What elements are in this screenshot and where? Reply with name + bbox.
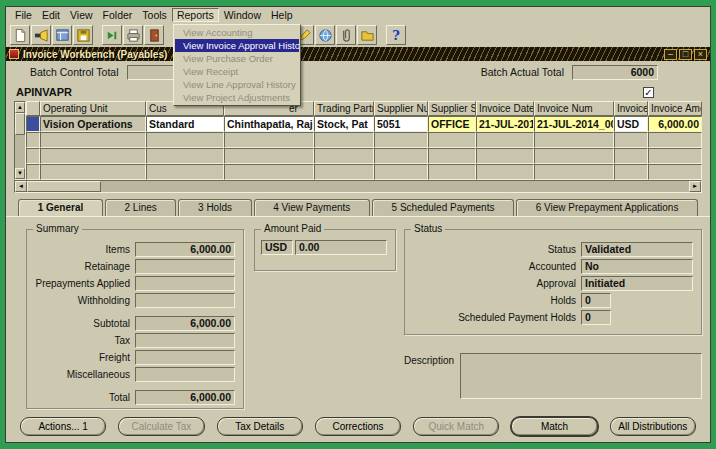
menu-tools[interactable]: Tools (137, 8, 172, 22)
record-scrollbar[interactable]: ▲ ▼ (14, 101, 26, 180)
translations-icon[interactable] (315, 25, 335, 45)
status-field[interactable]: Validated (581, 242, 693, 257)
match-button[interactable]: Match (511, 417, 597, 436)
batch-name-row: APINVAPR ✓ (6, 83, 710, 101)
tab-general[interactable]: 1 General (18, 199, 103, 216)
tab-view-prepayment-applications[interactable]: 6 View Prepayment Applications (516, 199, 698, 216)
close-icon[interactable]: × (694, 49, 707, 60)
cell-operating-unit[interactable]: Vision Operations (40, 116, 146, 132)
close-form-icon[interactable] (144, 25, 164, 45)
approval-field[interactable]: Initiated (581, 276, 693, 291)
restore-icon[interactable]: □ (679, 49, 692, 60)
next-step-icon[interactable] (102, 25, 122, 45)
scroll-down-icon[interactable]: ▼ (15, 168, 25, 179)
actions-button[interactable]: Actions... 1 (20, 417, 106, 436)
cell-invoice-date[interactable]: 21-JUL-2014 (476, 116, 534, 132)
empty-cell (146, 164, 224, 180)
menu-reports-label: Reports (177, 9, 214, 21)
accounted-field[interactable]: No (581, 259, 693, 274)
cell-supplier-num[interactable]: 5051 (374, 116, 428, 132)
window-menu-icon[interactable] (9, 49, 19, 59)
tab-scheduled-payments[interactable]: 5 Scheduled Payments (372, 199, 514, 216)
scrollbar-thumb[interactable] (15, 113, 25, 135)
scroll-left-icon[interactable]: ◄ (15, 181, 27, 192)
reports-dropdown-menu: View Accounting View Invoice Approval Hi… (173, 24, 301, 106)
general-tab-panel: Summary Items6,000.00 Retainage Prepayme… (6, 216, 710, 414)
holds-field[interactable]: 0 (581, 293, 611, 308)
menu-view[interactable]: View (65, 8, 98, 22)
menu-window[interactable]: Window (219, 8, 266, 22)
corrections-button[interactable]: Corrections (315, 417, 401, 436)
minimize-icon[interactable]: – (664, 49, 677, 60)
batch-totals-row: Batch Control Total Batch Actual Total 6… (6, 61, 710, 83)
show-navigator-icon[interactable] (52, 25, 72, 45)
paid-currency-field[interactable]: USD (261, 240, 293, 255)
scheduled-payment-holds-field[interactable]: 0 (581, 310, 611, 325)
scroll-right-icon[interactable]: ► (689, 181, 701, 192)
col-header-trading-partner: Trading Partner (314, 101, 374, 116)
menu-folder[interactable]: Folder (98, 8, 138, 22)
footer-button-row: Actions... 1 Calculate Tax Tax Details C… (6, 414, 710, 439)
tab-lines[interactable]: 2 Lines (105, 199, 177, 216)
attachments-icon[interactable] (336, 25, 356, 45)
cell-type[interactable]: Standard (146, 116, 224, 132)
empty-cell (224, 132, 314, 148)
amount-paid-groupbox: Amount Paid USD 0.00 (254, 229, 396, 271)
description-field[interactable] (460, 353, 702, 399)
menu-item-view-line-approval-history: View Line Approval History (175, 78, 299, 91)
menu-item-view-invoice-approval-history[interactable]: View Invoice Approval History (175, 39, 299, 52)
tab-holds[interactable]: 3 Holds (178, 199, 251, 216)
description-row: Description (404, 353, 702, 399)
row-selector (26, 164, 40, 180)
cell-supplier-site[interactable]: OFFICE (428, 116, 476, 132)
menu-help[interactable]: Help (266, 8, 298, 22)
cell-trading-partner[interactable]: Stock, Pat (314, 116, 374, 132)
retainage-label: Retainage (31, 261, 135, 272)
empty-cell (534, 148, 614, 164)
empty-cell (476, 132, 534, 148)
scrollbar-track[interactable] (15, 135, 25, 168)
scrollbar-thumb[interactable] (27, 181, 101, 192)
row-selector[interactable] (26, 116, 40, 132)
empty-cell (614, 164, 648, 180)
menu-file[interactable]: File (10, 8, 37, 22)
save-icon[interactable] (73, 25, 93, 45)
window-help-icon[interactable]: ? (386, 25, 406, 45)
menu-reports[interactable]: Reports View Accounting View Invoice App… (172, 8, 219, 22)
scroll-up-icon[interactable]: ▲ (15, 102, 25, 113)
print-icon[interactable] (123, 25, 143, 45)
retainage-field[interactable] (135, 259, 235, 274)
total-field[interactable]: 6,000.00 (135, 390, 235, 405)
items-field[interactable]: 6,000.00 (135, 242, 235, 257)
tab-bar: 1 General 2 Lines 3 Holds 4 View Payment… (6, 199, 710, 216)
tab-view-payments[interactable]: 4 View Payments (254, 199, 370, 216)
freight-field[interactable] (135, 350, 235, 365)
tax-details-button[interactable]: Tax Details (217, 417, 303, 436)
cell-invoice-num[interactable]: 21-JUL-2014_001 (534, 116, 614, 132)
folder-tools-icon[interactable] (357, 25, 377, 45)
new-icon[interactable] (10, 25, 30, 45)
find-icon[interactable] (31, 25, 51, 45)
quick-match-button: Quick Match (413, 417, 499, 436)
col-header-invoice-date: Invoice Date (476, 101, 534, 116)
withholding-field[interactable] (135, 293, 235, 308)
horizontal-scrollbar[interactable]: ◄ ► (14, 180, 702, 193)
cell-requester[interactable]: Chinthapatla, Raju (224, 116, 314, 132)
all-distributions-button[interactable]: All Distributions (610, 417, 696, 436)
empty-cell (374, 132, 428, 148)
col-header-operating-unit: Operating Unit (40, 101, 146, 116)
empty-cell (534, 164, 614, 180)
tax-field[interactable] (135, 333, 235, 348)
scrollbar-track[interactable] (101, 181, 689, 192)
subtotal-field[interactable]: 6,000.00 (135, 316, 235, 331)
cell-invoice-currency[interactable]: USD (614, 116, 648, 132)
paid-amount-field[interactable]: 0.00 (295, 240, 387, 255)
cell-invoice-amount[interactable]: 6,000.00 (648, 116, 702, 132)
withholding-label: Withholding (31, 295, 135, 306)
batch-actual-total-field[interactable]: 6000 (572, 65, 658, 80)
menu-edit[interactable]: Edit (37, 8, 65, 22)
col-header-invoice-amount: Invoice Amount (648, 101, 702, 116)
miscellaneous-field[interactable] (135, 367, 235, 382)
folder-checkbox[interactable]: ✓ (643, 87, 654, 98)
prepayments-applied-field[interactable] (135, 276, 235, 291)
